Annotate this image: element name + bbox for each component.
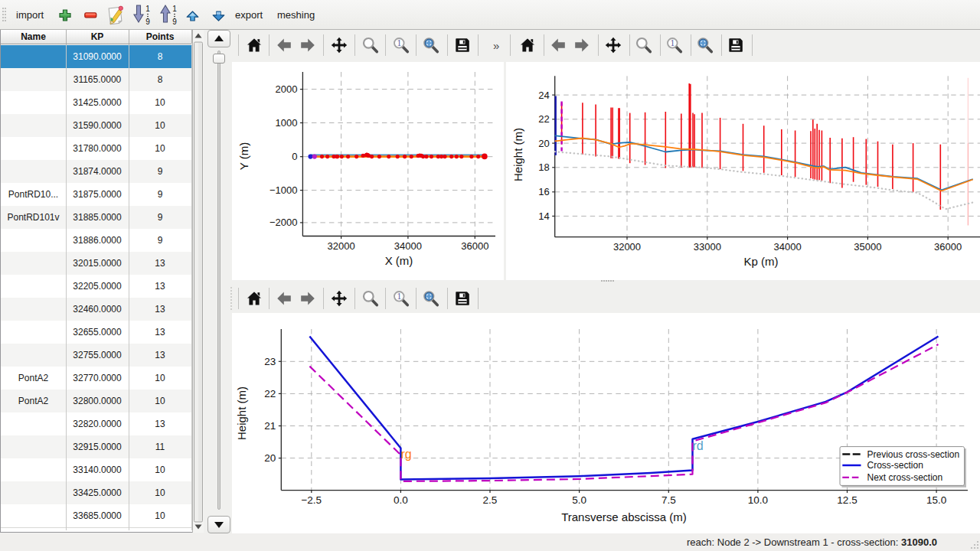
svg-text:−2000: −2000	[270, 217, 298, 228]
svg-text:2000: 2000	[275, 83, 297, 95]
svg-text:12.5: 12.5	[837, 494, 857, 506]
svg-text:1: 1	[670, 38, 675, 47]
svg-text:14: 14	[538, 210, 549, 222]
svg-text:Height (m): Height (m)	[511, 128, 524, 181]
svg-text:rd: rd	[693, 439, 704, 452]
svg-text:2.5: 2.5	[483, 494, 498, 506]
svg-text:rg: rg	[401, 448, 412, 461]
svg-text:Kp (m): Kp (m)	[744, 255, 779, 268]
svg-text:5.0: 5.0	[572, 494, 586, 506]
svg-text:0: 0	[292, 151, 297, 162]
svg-text:−2.5: −2.5	[301, 494, 322, 506]
svg-text:24: 24	[538, 90, 549, 101]
svg-text:1: 1	[172, 5, 177, 13]
svg-text:X (m): X (m)	[385, 254, 413, 267]
svg-text:Next cross-section: Next cross-section	[867, 472, 943, 483]
svg-text:Height (m): Height (m)	[235, 386, 248, 440]
svg-text:15.0: 15.0	[926, 494, 946, 506]
svg-text:20: 20	[264, 452, 276, 464]
svg-text:21: 21	[264, 420, 276, 432]
svg-text:36000: 36000	[934, 241, 962, 253]
svg-text:36000: 36000	[461, 240, 488, 252]
svg-text:33000: 33000	[694, 241, 721, 253]
svg-text:16: 16	[538, 186, 549, 197]
svg-text:32000: 32000	[613, 241, 641, 253]
svg-text:Cross-section: Cross-section	[867, 460, 923, 471]
svg-text:1: 1	[397, 292, 401, 301]
svg-text:22: 22	[538, 113, 549, 125]
svg-text:1: 1	[397, 38, 401, 47]
svg-text:Previous cross-section: Previous cross-section	[867, 449, 960, 460]
svg-text:22: 22	[264, 388, 276, 399]
svg-text:10.0: 10.0	[748, 494, 768, 506]
svg-text:35000: 35000	[854, 241, 881, 253]
svg-text:−1000: −1000	[270, 184, 298, 196]
svg-text:0.0: 0.0	[394, 494, 408, 506]
svg-text:1000: 1000	[275, 117, 297, 129]
svg-text:32000: 32000	[328, 240, 355, 252]
svg-text:Transverse abscissa (m): Transverse abscissa (m)	[561, 510, 687, 523]
svg-text:7.5: 7.5	[662, 494, 676, 506]
svg-text:20: 20	[538, 138, 549, 149]
svg-text:1: 1	[145, 5, 150, 13]
svg-text:Y (m): Y (m)	[237, 142, 250, 170]
svg-text:34000: 34000	[394, 240, 422, 252]
svg-text:34000: 34000	[774, 241, 802, 253]
svg-text:18: 18	[538, 161, 549, 173]
svg-text:23: 23	[264, 356, 276, 367]
